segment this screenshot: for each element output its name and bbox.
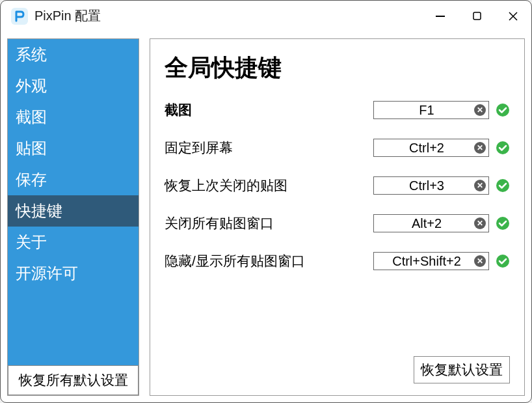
- check-icon: [496, 103, 510, 117]
- sidebar-item-shortcut[interactable]: 快捷键: [8, 195, 139, 227]
- sidebar-item-label: 系统: [16, 46, 47, 63]
- sidebar-item-license[interactable]: 开源许可: [8, 258, 139, 289]
- sidebar-item-label: 截图: [16, 108, 47, 126]
- sidebar-item-label: 开源许可: [16, 264, 78, 282]
- row-right: Alt+2 ✕: [373, 214, 510, 232]
- sidebar: 系统 外观 截图 贴图 保存 快捷键 关于 开源许可 恢复所有默认设置: [7, 38, 139, 396]
- sidebar-item-about[interactable]: 关于: [8, 227, 139, 258]
- svg-point-4: [496, 141, 509, 154]
- svg-point-7: [496, 255, 509, 268]
- restore-defaults-button[interactable]: 恢复默认设置: [414, 356, 510, 383]
- page-title: 全局快捷键: [165, 52, 510, 84]
- row-label: 固定到屏幕: [165, 139, 373, 157]
- shortcut-input[interactable]: Ctrl+2 ✕: [373, 139, 489, 157]
- sidebar-item-label: 关于: [16, 233, 47, 251]
- svg-point-3: [496, 104, 509, 117]
- shortcut-row-restore-last-pin: 恢复上次关闭的贴图 Ctrl+3 ✕: [165, 176, 510, 195]
- window-body: 系统 外观 截图 贴图 保存 快捷键 关于 开源许可 恢复所有默认设置 全局快捷…: [1, 32, 531, 402]
- row-label: 隐藏/显示所有贴图窗口: [165, 252, 373, 270]
- titlebar-left: PixPin 配置: [11, 7, 101, 25]
- shortcut-value: Ctrl+Shift+2: [379, 254, 474, 269]
- maximize-button[interactable]: [459, 1, 495, 31]
- shortcut-row-toggle-all-pins: 隐藏/显示所有贴图窗口 Ctrl+Shift+2 ✕: [165, 252, 510, 270]
- sidebar-footer: 恢复所有默认设置: [8, 365, 139, 395]
- row-right: Ctrl+3 ✕: [373, 176, 510, 195]
- row-label: 截图: [165, 101, 373, 119]
- app-window: PixPin 配置 系统 外观 截图 贴图 保存 快捷键 关于 开: [0, 0, 532, 403]
- clear-icon[interactable]: ✕: [474, 104, 486, 116]
- sidebar-item-save[interactable]: 保存: [8, 164, 139, 195]
- window-controls: [422, 1, 531, 31]
- titlebar: PixPin 配置: [1, 1, 531, 32]
- shortcut-value: Ctrl+3: [379, 178, 474, 193]
- window-title: PixPin 配置: [34, 7, 101, 25]
- sidebar-item-label: 贴图: [16, 139, 47, 157]
- shortcut-row-screenshot: 截图 F1 ✕: [165, 101, 510, 119]
- svg-rect-2: [473, 12, 481, 20]
- sidebar-item-label: 快捷键: [16, 202, 62, 219]
- shortcut-value: Ctrl+2: [379, 141, 474, 156]
- app-logo-icon: [11, 8, 28, 25]
- main-panel: 全局快捷键 截图 F1 ✕ 固定到屏幕 Ctrl+2: [150, 38, 525, 396]
- svg-point-6: [496, 217, 509, 230]
- shortcut-input[interactable]: F1 ✕: [373, 101, 489, 119]
- check-icon: [496, 178, 510, 193]
- row-label: 关闭所有贴图窗口: [165, 214, 373, 232]
- check-icon: [496, 141, 510, 155]
- clear-icon[interactable]: ✕: [474, 180, 486, 191]
- check-icon: [496, 216, 510, 230]
- row-right: Ctrl+Shift+2 ✕: [373, 252, 510, 270]
- close-button[interactable]: [495, 1, 531, 31]
- sidebar-item-appearance[interactable]: 外观: [8, 70, 139, 102]
- sidebar-item-pin[interactable]: 贴图: [8, 133, 139, 164]
- sidebar-item-label: 保存: [16, 171, 47, 188]
- sidebar-list: 系统 外观 截图 贴图 保存 快捷键 关于 开源许可: [8, 39, 139, 365]
- sidebar-item-system[interactable]: 系统: [8, 39, 139, 70]
- row-right: Ctrl+2 ✕: [373, 139, 510, 157]
- restore-all-defaults-button[interactable]: 恢复所有默认设置: [8, 365, 139, 395]
- clear-icon[interactable]: ✕: [474, 255, 486, 267]
- row-label: 恢复上次关闭的贴图: [165, 176, 373, 195]
- svg-rect-1: [436, 16, 445, 17]
- sidebar-item-label: 外观: [16, 77, 47, 94]
- shortcut-value: Alt+2: [379, 216, 474, 231]
- clear-icon[interactable]: ✕: [474, 217, 486, 229]
- shortcut-value: F1: [379, 103, 474, 118]
- shortcut-input[interactable]: Alt+2 ✕: [373, 214, 489, 232]
- shortcut-input[interactable]: Ctrl+3 ✕: [373, 176, 489, 195]
- clear-icon[interactable]: ✕: [474, 142, 486, 154]
- shortcut-row-close-all-pins: 关闭所有贴图窗口 Alt+2 ✕: [165, 214, 510, 232]
- sidebar-item-screenshot[interactable]: 截图: [8, 102, 139, 133]
- shortcut-row-pin-to-screen: 固定到屏幕 Ctrl+2 ✕: [165, 139, 510, 157]
- minimize-button[interactable]: [422, 1, 459, 31]
- row-right: F1 ✕: [373, 101, 510, 119]
- shortcut-input[interactable]: Ctrl+Shift+2 ✕: [373, 252, 489, 270]
- svg-point-5: [496, 179, 509, 192]
- check-icon: [496, 254, 510, 268]
